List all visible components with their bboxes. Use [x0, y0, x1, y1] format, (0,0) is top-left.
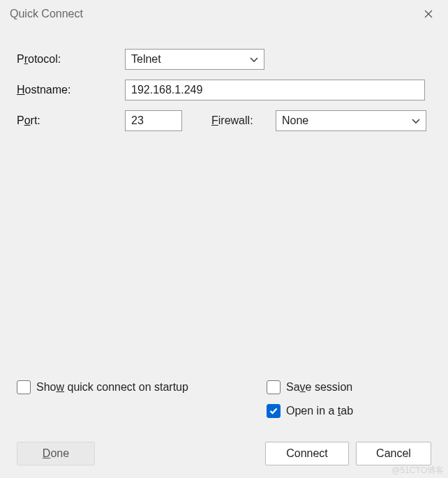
- done-button[interactable]: Done: [17, 442, 95, 465]
- hostname-value: 192.168.1.249: [131, 84, 202, 96]
- hostname-input[interactable]: 192.168.1.249: [125, 80, 425, 100]
- port-input[interactable]: 23: [125, 110, 182, 131]
- connect-button[interactable]: Connect: [265, 442, 349, 465]
- firewall-label: Firewall:: [211, 114, 276, 127]
- port-firewall-row: Port: 23 Firewall: None: [17, 110, 431, 131]
- firewall-value: None: [282, 114, 308, 127]
- port-value: 23: [131, 114, 144, 127]
- open-in-tab-label: Open in a tab: [286, 405, 353, 417]
- chevron-down-icon: [250, 53, 258, 66]
- dialog-title: Quick Connect: [10, 8, 83, 20]
- checkbox-unchecked-icon: [267, 380, 281, 394]
- checkbox-checked-icon: [267, 404, 281, 418]
- close-button[interactable]: [416, 4, 441, 24]
- port-label: Port:: [17, 114, 125, 127]
- quick-connect-dialog: Quick Connect Protocol: Telnet Hostname:…: [0, 0, 448, 478]
- save-session-label: Save session: [286, 381, 352, 394]
- hostname-label: Hostname:: [17, 84, 125, 96]
- checkbox-area: Show quick connect on startup Save sessi…: [17, 380, 431, 428]
- save-session-checkbox[interactable]: Save session: [267, 380, 431, 394]
- button-bar: Done Connect Cancel: [17, 442, 431, 465]
- checkbox-unchecked-icon: [17, 380, 31, 394]
- spacer: [95, 442, 265, 465]
- protocol-dropdown[interactable]: Telnet: [125, 49, 264, 70]
- titlebar: Quick Connect: [0, 0, 448, 29]
- close-icon: [424, 9, 433, 19]
- protocol-value: Telnet: [131, 53, 161, 66]
- hostname-row: Hostname: 192.168.1.249: [17, 80, 431, 100]
- firewall-dropdown[interactable]: None: [276, 110, 426, 131]
- chevron-down-icon: [412, 114, 420, 127]
- show-on-startup-checkbox[interactable]: Show quick connect on startup: [17, 380, 267, 394]
- watermark: @51CTO博客: [391, 465, 444, 477]
- protocol-label: Protocol:: [17, 53, 125, 66]
- protocol-row: Protocol: Telnet: [17, 49, 431, 70]
- open-in-tab-checkbox[interactable]: Open in a tab: [267, 404, 431, 418]
- form-area: Protocol: Telnet Hostname: 192.168.1.249…: [0, 29, 448, 131]
- cancel-button[interactable]: Cancel: [356, 442, 431, 465]
- show-on-startup-label: Show quick connect on startup: [36, 381, 188, 394]
